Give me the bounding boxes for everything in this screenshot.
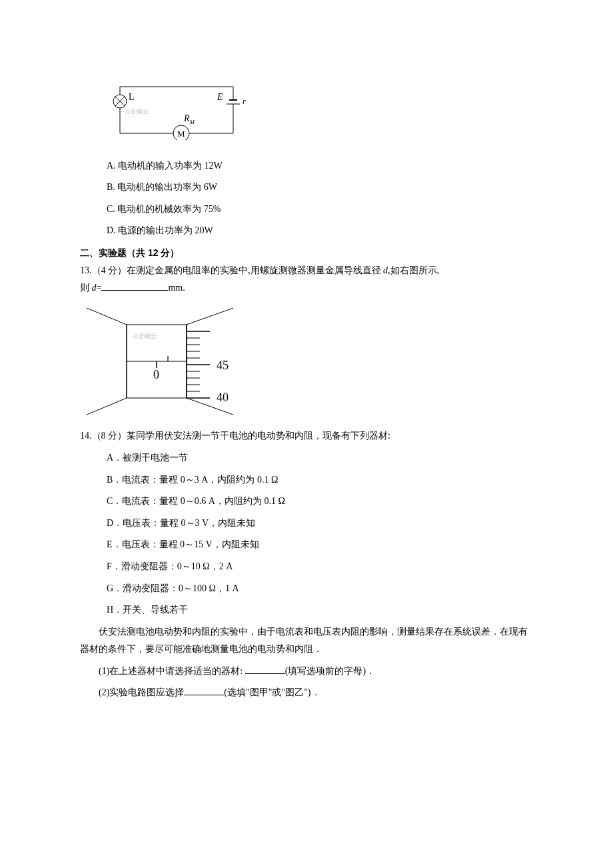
label-RM: RM: [183, 113, 195, 125]
q14-intro: 14.（8 分）某同学用伏安法测一节干电池的电动势和内阻，现备有下列器材:: [80, 427, 533, 445]
label-L: L: [129, 92, 135, 102]
q12-option-D: D. 电源的输出功率为 20W: [107, 222, 533, 240]
q13-answer-line: 则 d=mm.: [80, 279, 533, 297]
q14-option-H: H．开关、导线若干: [107, 601, 533, 619]
q14-sub1: (1)在上述器材中请选择适当的器材: (填写选项前的字母)．: [80, 663, 533, 681]
q14-paragraph: 伏安法测电池电动势和内阻的实验中，由于电流表和电压表内阻的影响，测量结果存在系统…: [80, 623, 533, 659]
q14-option-B: B．电流表：量程 0～3 A，内阻约为 0.1 Ω: [107, 471, 533, 489]
q14-option-G: G．滑动变阻器：0～100 Ω，1 A: [107, 580, 533, 598]
watermark-2: @正确云: [133, 333, 157, 339]
q14-option-E: E．电压表：量程 0～15 V，内阻未知: [107, 536, 533, 554]
label-M: M: [177, 129, 185, 139]
q14-blank-1: [245, 664, 285, 674]
micrometer-main-0: 0: [153, 368, 159, 381]
q13-prompt: 13.（4 分）在测定金属的电阻率的实验中,用螺旋测微器测量金属导线直径 d,如…: [80, 262, 533, 280]
micrometer-diagram: 0 45 40 @正确云: [80, 301, 253, 415]
micrometer-40: 40: [217, 391, 229, 404]
q14-option-D: D．电压表：量程 0～3 V，内阻未知: [107, 515, 533, 533]
q14-blank-2: [184, 685, 224, 695]
section-2-header: 二、实验题（共 12 分）: [80, 244, 533, 262]
q14-sub2: (2)实验电路图应选择(选填"图甲"或"图乙")．: [80, 684, 533, 702]
micrometer-45: 45: [217, 359, 229, 372]
label-r: r: [243, 96, 247, 106]
q12-option-A: A. 电动机的输入功率为 12W: [107, 157, 533, 175]
q14-option-A: A．被测干电池一节: [107, 449, 533, 467]
label-E: E: [217, 92, 223, 102]
q14-option-C: C．电流表：量程 0～0.6 A，内阻约为 0.1 Ω: [107, 493, 533, 511]
circuit-diagram-motor: L M E r RM @正确云: [107, 80, 247, 140]
q12-option-C: C. 电动机的机械效率为 75%: [107, 201, 533, 219]
q14-option-F: F．滑动变阻器：0～10 Ω，2 A: [107, 558, 533, 576]
q13-blank: [101, 281, 168, 291]
q12-option-B: B. 电动机的输出功率为 6W: [107, 179, 533, 197]
watermark-1: @正确云: [125, 108, 149, 115]
